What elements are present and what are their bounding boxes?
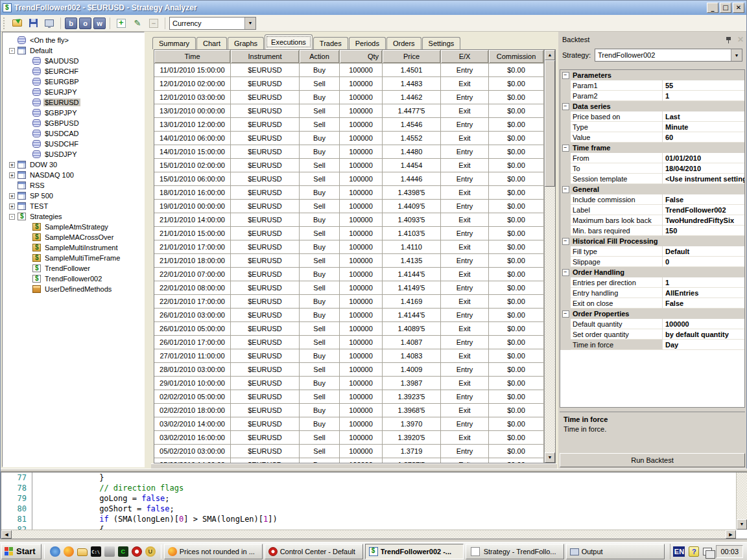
property-row[interactable]: Session template <Use instrument setting… (560, 174, 744, 184)
code-area[interactable]: 77 }78 // direction flags79 goLong = fal… (1, 472, 736, 530)
quick-launch-icon[interactable] (145, 546, 156, 557)
category-collapse-icon[interactable] (560, 174, 571, 184)
task-button[interactable]: Output (566, 544, 665, 559)
category-collapse-icon[interactable] (560, 298, 571, 309)
property-row[interactable]: Entries per direction 1 (560, 277, 744, 288)
code-editor[interactable]: 77 }78 // direction flags79 goLong = fal… (1, 472, 747, 539)
execution-row[interactable]: 12/01/2010 02:00:00 $EURUSD Sell 100000 … (154, 77, 544, 91)
language-indicator[interactable]: EN (673, 546, 685, 557)
property-value[interactable]: 18/04/2010 (663, 163, 744, 174)
execution-row[interactable]: 18/01/2010 16:00:00 $EURUSD Buy 100000 1… (154, 186, 544, 200)
start-button[interactable]: Start (1, 544, 42, 559)
quick-launch-icon[interactable] (91, 546, 101, 557)
tree-item[interactable]: SampleMultiTimeFrame (3, 253, 144, 263)
column-header[interactable]: E/X (441, 50, 489, 64)
scroll-right-button[interactable]: ▶ (726, 530, 736, 539)
display-button[interactable] (42, 17, 56, 30)
category-collapse-icon[interactable] (560, 91, 571, 101)
tree-item[interactable]: $EURUSD (3, 97, 144, 108)
display-unit-combobox[interactable]: Currency ▼ (169, 17, 256, 30)
tree-item[interactable]: RSS (3, 180, 144, 191)
execution-row[interactable]: 26/01/2010 17:00:00 $EURUSD Sell 100000 … (154, 336, 544, 349)
tree-item[interactable]: $EURJPY (3, 87, 144, 97)
execution-row[interactable]: 12/01/2010 03:00:00 $EURUSD Buy 100000 1… (154, 91, 544, 104)
editor-horizontal-scrollbar[interactable]: ◀ ▶ (1, 530, 736, 539)
property-value[interactable]: TrendFollower002 (663, 205, 744, 215)
tree-item[interactable]: $EURCHF (3, 66, 144, 76)
tree-item[interactable]: SampleMultiInstrument (3, 242, 144, 253)
tree-item[interactable]: SP 500 (3, 191, 144, 201)
chevron-down-icon[interactable]: ▼ (244, 18, 255, 29)
walkforward-mode-button[interactable]: w (93, 18, 106, 29)
category-collapse-icon[interactable] (560, 215, 571, 226)
column-header[interactable]: Time (154, 50, 231, 64)
help-tray-icon[interactable]: ? (689, 546, 699, 557)
property-row[interactable]: Exit on close False (560, 298, 744, 309)
windows-tray-icon[interactable] (703, 548, 712, 555)
execution-row[interactable]: 28/01/2010 03:00:00 $EURUSD Sell 100000 … (154, 363, 544, 377)
toolbar-grip[interactable] (3, 18, 6, 29)
category-collapse-icon[interactable] (560, 319, 571, 329)
execution-row[interactable]: 19/01/2010 00:00:00 $EURUSD Sell 100000 … (154, 200, 544, 213)
property-value[interactable]: 1 (663, 91, 744, 101)
tree-expander-icon[interactable] (9, 48, 15, 54)
property-row[interactable]: Order Handling (560, 267, 744, 277)
tree-expander-icon[interactable] (9, 214, 15, 220)
quick-launch-icon[interactable] (132, 546, 142, 557)
table-vertical-scrollbar[interactable]: ▲ ▼ (544, 50, 555, 463)
column-header[interactable]: Action (300, 50, 340, 64)
execution-row[interactable]: 22/01/2010 17:00:00 $EURUSD Buy 100000 1… (154, 295, 544, 309)
property-row[interactable]: Set order quantity by default quantity (560, 329, 744, 340)
property-row[interactable]: Data series (560, 101, 744, 111)
remove-button[interactable]: − (147, 17, 161, 30)
property-value[interactable]: 01/01/2010 (663, 153, 744, 163)
property-value[interactable]: 1 (663, 277, 744, 288)
category-collapse-icon[interactable] (560, 153, 571, 163)
maximize-button[interactable]: □ (720, 3, 731, 13)
category-collapse-icon[interactable] (560, 101, 571, 111)
run-backtest-button[interactable]: Run Backtest (560, 453, 745, 467)
tree-item[interactable]: TrendFollower (3, 263, 144, 274)
property-value[interactable]: by default quantity (663, 329, 744, 340)
property-value[interactable]: Day (663, 340, 744, 350)
execution-row[interactable]: 03/02/2010 16:00:00 $EURUSD Sell 100000 … (154, 431, 544, 445)
tab[interactable]: Summary (152, 37, 196, 49)
edit-button[interactable]: ✎ (130, 17, 145, 30)
save-button[interactable] (26, 17, 40, 30)
tree-item[interactable]: SampleMACrossOver (3, 232, 144, 242)
execution-row[interactable]: 15/01/2010 06:00:00 $EURUSD Sell 100000 … (154, 172, 544, 186)
category-collapse-icon[interactable] (560, 70, 571, 80)
chevron-down-icon[interactable]: ▼ (731, 49, 742, 61)
execution-row[interactable]: 02/02/2010 05:00:00 $EURUSD Sell 100000 … (154, 390, 544, 404)
add-button[interactable] (114, 17, 128, 30)
category-collapse-icon[interactable] (560, 309, 571, 319)
category-collapse-icon[interactable] (560, 226, 571, 236)
scroll-up-button[interactable]: ▲ (545, 50, 555, 60)
property-value[interactable]: 100000 (663, 319, 744, 329)
execution-row[interactable]: 21/01/2010 17:00:00 $EURUSD Buy 100000 1… (154, 240, 544, 254)
scrollbar-thumb[interactable] (545, 60, 555, 187)
category-collapse-icon[interactable] (560, 194, 571, 205)
execution-row[interactable]: 21/01/2010 14:00:00 $EURUSD Buy 100000 1… (154, 213, 544, 227)
task-button[interactable]: Control Center - Default (265, 544, 363, 559)
category-collapse-icon[interactable] (560, 80, 571, 91)
execution-row[interactable]: 22/01/2010 08:00:00 $EURUSD Sell 100000 … (154, 281, 544, 295)
category-collapse-icon[interactable] (560, 111, 571, 122)
property-row[interactable]: Entry handling AllEntries (560, 288, 744, 298)
minimize-button[interactable]: _ (707, 3, 718, 13)
tree-expander-icon[interactable] (9, 162, 15, 168)
category-collapse-icon[interactable] (560, 122, 571, 132)
task-button[interactable]: TrendFollower002 -... (365, 544, 464, 559)
quick-launch-icon[interactable] (118, 546, 128, 557)
property-row[interactable]: Param2 1 (560, 91, 744, 101)
property-row[interactable]: Param1 55 (560, 80, 744, 91)
property-row[interactable]: Time frame (560, 143, 744, 153)
property-row[interactable]: Order Properties (560, 309, 744, 319)
backtest-mode-button[interactable]: b (65, 18, 77, 29)
property-row[interactable]: Value 60 (560, 132, 744, 143)
close-button[interactable]: ✕ (733, 3, 744, 13)
property-value[interactable]: 60 (663, 132, 744, 143)
execution-row[interactable]: 15/01/2010 02:00:00 $EURUSD Sell 100000 … (154, 159, 544, 172)
tree-item[interactable]: <On the fly> (3, 35, 144, 45)
property-row[interactable]: Label TrendFollower002 (560, 205, 744, 215)
